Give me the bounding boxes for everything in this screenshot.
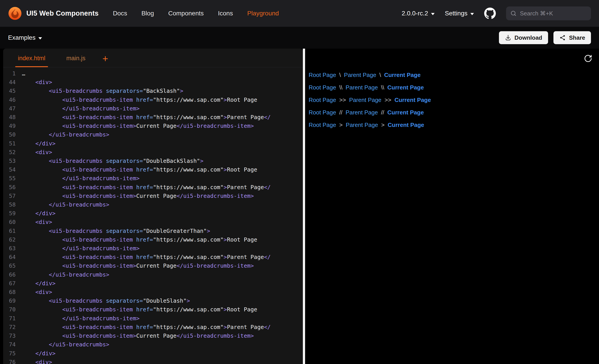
download-button[interactable]: Download <box>499 31 548 44</box>
add-tab-button[interactable]: + <box>103 54 108 67</box>
nav-link-docs[interactable]: Docs <box>113 10 127 17</box>
brand-link[interactable]: UI5 Web Components <box>8 7 98 20</box>
main-nav: Docs Blog Components Icons Playground <box>113 10 279 17</box>
breadcrumb: Root Page\\Parent Page\\Current Page <box>309 81 593 94</box>
breadcrumb-link[interactable]: Parent Page <box>345 84 378 91</box>
line-content: <ui5-breadcrumbs-item>Current Page</ui5-… <box>22 331 303 340</box>
refresh-button[interactable] <box>584 53 594 63</box>
line-content: <div> <box>22 148 303 157</box>
download-label: Download <box>515 34 542 41</box>
settings-menu[interactable]: Settings <box>445 10 474 17</box>
code-line: 58 </ui5-breadcrumbs> <box>3 200 303 209</box>
line-content: <ui5-breadcrumbs-item href="https://www.… <box>22 305 303 314</box>
editor-tabs: index.html main.js + <box>3 49 303 67</box>
breadcrumb-separator: \\ <box>339 84 342 91</box>
code-line: 75 </div> <box>3 349 303 358</box>
line-number: 72 <box>3 323 22 331</box>
line-number: 54 <box>3 165 22 174</box>
line-number: 50 <box>3 130 22 139</box>
tab-main-js[interactable]: main.js <box>66 55 86 67</box>
line-number: 49 <box>3 122 22 130</box>
line-content: <ui5-breadcrumbs-item href="https://www.… <box>22 113 303 122</box>
breadcrumb-link[interactable]: Root Page <box>309 122 336 128</box>
line-number: 70 <box>3 305 22 314</box>
examples-label: Examples <box>8 34 35 41</box>
share-icon <box>559 34 566 41</box>
line-number: 57 <box>3 192 22 200</box>
breadcrumb-link[interactable]: Parent Page <box>345 109 378 116</box>
breadcrumb-separator: \\ <box>381 84 384 91</box>
code-line: 57 <ui5-breadcrumbs-item>Current Page</u… <box>3 192 303 200</box>
code-line: 1… <box>3 69 303 78</box>
version-selector[interactable]: 2.0.0-rc.2 <box>402 10 435 17</box>
code-line: 60 <div> <box>3 218 303 226</box>
caret-down-icon <box>38 37 42 40</box>
panel-resize-handle[interactable] <box>303 49 305 364</box>
code-editor[interactable]: 1…44 <div>45 <ui5-breadcrumbs separators… <box>3 67 303 364</box>
breadcrumb-separator: \ <box>379 72 381 78</box>
breadcrumb-link[interactable]: Root Page <box>309 72 336 78</box>
code-line: 44 <div> <box>3 78 303 86</box>
nav-link-blog[interactable]: Blog <box>141 10 154 17</box>
line-number: 58 <box>3 200 22 209</box>
examples-toolbar: Examples Download Share <box>0 27 599 49</box>
line-content: <ui5-breadcrumbs separators="DoubleSlash… <box>22 296 303 305</box>
share-label: Share <box>569 34 585 41</box>
code-line: 45 <ui5-breadcrumbs separators="BackSlas… <box>3 86 303 95</box>
line-number: 52 <box>3 148 22 157</box>
github-link[interactable] <box>484 8 496 19</box>
breadcrumb-separator: > <box>381 122 385 128</box>
breadcrumb-link[interactable]: Parent Page <box>346 122 378 128</box>
breadcrumb-link[interactable]: Parent Page <box>344 72 376 78</box>
code-line: 56 <ui5-breadcrumbs-item href="https://w… <box>3 183 303 192</box>
line-number: 62 <box>3 235 22 244</box>
line-content: <div> <box>22 288 303 296</box>
code-line: 49 <ui5-breadcrumbs-item>Current Page</u… <box>3 122 303 130</box>
caret-down-icon <box>470 13 474 15</box>
code-line: 71 </ui5-breadcrumbs-item> <box>3 314 303 323</box>
breadcrumb-link[interactable]: Root Page <box>309 97 336 103</box>
line-number: 64 <box>3 253 22 261</box>
breadcrumb: Root Page//Parent Page//Current Page <box>309 106 593 119</box>
line-content: <ui5-breadcrumbs-item href="https://www.… <box>22 235 303 244</box>
code-line: 70 <ui5-breadcrumbs-item href="https://w… <box>3 305 303 314</box>
version-label: 2.0.0-rc.2 <box>402 10 428 17</box>
code-line: 62 <ui5-breadcrumbs-item href="https://w… <box>3 235 303 244</box>
line-number: 45 <box>3 86 22 95</box>
settings-label: Settings <box>445 10 467 17</box>
breadcrumb-current: Current Page <box>387 84 424 91</box>
tab-index-html[interactable]: index.html <box>18 55 46 67</box>
line-content: <ui5-breadcrumbs separators="BackSlash"> <box>22 86 303 95</box>
search-box[interactable] <box>506 7 591 20</box>
line-content: <ui5-breadcrumbs-item>Current Page</ui5-… <box>22 122 303 130</box>
breadcrumb-link[interactable]: Parent Page <box>349 97 381 103</box>
breadcrumb-link[interactable]: Root Page <box>309 84 336 91</box>
line-content: <ui5-breadcrumbs-item href="https://www.… <box>22 253 303 261</box>
line-content: </ui5-breadcrumbs> <box>22 340 303 349</box>
download-icon <box>505 34 511 41</box>
line-number: 44 <box>3 78 22 86</box>
line-content: </div> <box>22 139 303 148</box>
code-line: 47 </ui5-breadcrumbs-item> <box>3 104 303 113</box>
nav-link-playground[interactable]: Playground <box>247 10 279 17</box>
line-content: … <box>22 69 303 78</box>
code-line: 63 </ui5-breadcrumbs-item> <box>3 244 303 253</box>
nav-link-icons[interactable]: Icons <box>218 10 233 17</box>
nav-link-components[interactable]: Components <box>168 10 204 17</box>
code-line: 59 </div> <box>3 209 303 218</box>
line-content: </div> <box>22 349 303 358</box>
ui5-logo-icon <box>8 7 22 20</box>
share-button[interactable]: Share <box>554 31 591 44</box>
search-input[interactable] <box>520 10 587 17</box>
line-number: 74 <box>3 340 22 349</box>
line-number: 65 <box>3 261 22 270</box>
code-line: 48 <ui5-breadcrumbs-item href="https://w… <box>3 113 303 122</box>
code-line: 64 <ui5-breadcrumbs-item href="https://w… <box>3 253 303 261</box>
line-content: <ui5-breadcrumbs-item href="https://www.… <box>22 323 303 331</box>
line-content: <ui5-breadcrumbs separators="DoubleGreat… <box>22 227 303 235</box>
preview-breadcrumbs: Root Page\Parent Page\Current PageRoot P… <box>309 69 593 131</box>
breadcrumb-link[interactable]: Root Page <box>309 109 336 116</box>
examples-menu-button[interactable]: Examples <box>8 34 42 41</box>
line-content: <ui5-breadcrumbs-item href="https://www.… <box>22 165 303 174</box>
line-content: </ui5-breadcrumbs-item> <box>22 104 303 113</box>
